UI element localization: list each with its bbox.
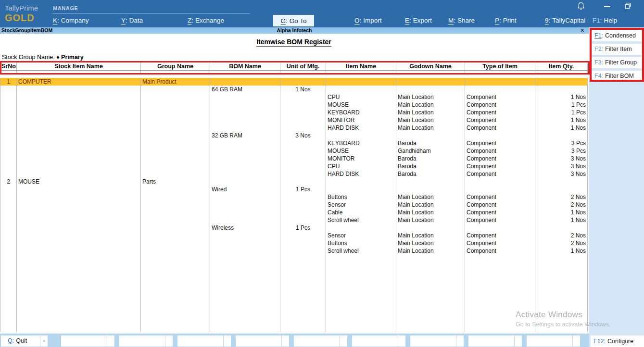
cell-type-of-item (465, 178, 535, 186)
table-row[interactable]: Scroll wheelMain LocationComponent1 Nos (0, 216, 588, 224)
cell-stock-item-name (17, 124, 141, 132)
table-row[interactable]: 64 GB RAM1 Nos (0, 86, 588, 93)
cell-unit-of-mfg (280, 178, 326, 186)
quit-button[interactable]: QQuit ∧ (1, 335, 48, 347)
cell-srno (0, 132, 17, 139)
cell-stock-item-name (17, 170, 141, 178)
restore-window-icon[interactable] (625, 2, 631, 11)
goto-button[interactable]: GGo To (273, 15, 314, 26)
empty-slot-caret-area (107, 335, 114, 347)
sidebar-button-condensed[interactable]: F1Condensed (592, 30, 642, 41)
sidebar-button-filter-bom[interactable]: F4Filter BOM (592, 71, 642, 82)
header-row: SrNo.Stock Item NameGroup NameBOM NameUn… (0, 62, 588, 71)
stock-group-line: Stock Group Name: ♦ Primary (2, 54, 84, 62)
cell-item-qty: 3 Nos (535, 155, 588, 162)
table-row[interactable]: CableMain LocationComponent1 Nos (0, 209, 588, 216)
cell-srno (0, 101, 17, 109)
menu-item-share[interactable]: MShare (448, 17, 475, 24)
cell-godown-name: Main Location (396, 101, 465, 109)
cell-bom-name (210, 139, 280, 147)
table-row[interactable]: 1COMPUTERMain Product (0, 78, 588, 86)
table-row[interactable]: HARD DISKBarodaComponent3 Nos (0, 170, 588, 178)
menu-item-print[interactable]: PPrint (495, 17, 517, 24)
minimize-icon[interactable] (604, 6, 610, 7)
table-row[interactable]: SensorMain LocationComponent2 Nos (0, 201, 588, 209)
cell-srno (0, 239, 17, 247)
table-row[interactable]: MOUSEMain LocationComponent1 Pcs (0, 101, 588, 109)
table-row[interactable]: CPUMain LocationComponent1 Nos (0, 93, 588, 101)
table-row[interactable]: Wired1 Pcs (0, 186, 588, 193)
cell-stock-item-name (17, 201, 141, 209)
menu-item-tallycapital[interactable]: 9TallyCapital (545, 17, 585, 24)
bom-table-header: SrNo.Stock Item NameGroup NameBOM NameUn… (0, 62, 588, 73)
table-row[interactable]: KEYBOARDBarodaComponent3 Pcs (0, 139, 588, 147)
empty-slot-fill (119, 335, 165, 347)
cell-srno (0, 247, 17, 255)
cell-type-of-item (465, 78, 535, 86)
header-spacer-cell (396, 71, 465, 73)
sidebar-button-filter-item[interactable]: F2Filter Item (592, 44, 642, 55)
cell-godown-name: Main Location (396, 193, 465, 201)
cell-bom-name (210, 116, 280, 124)
cell-group-name (141, 239, 210, 247)
menu-item-help[interactable]: F1Help (593, 17, 617, 24)
cell-item-name: MOUSE (326, 147, 396, 155)
table-row[interactable]: 2MOUSEParts (0, 178, 588, 186)
cell-bom-name: 32 GB RAM (210, 132, 280, 139)
cell-stock-item-name (17, 209, 141, 216)
column-header: Type of Item (465, 62, 535, 71)
empty-slot-fill (468, 335, 514, 347)
cell-item-name: Buttons (326, 193, 396, 201)
hotkey: M (448, 17, 457, 24)
configure-button[interactable]: F12Configure (591, 335, 644, 347)
table-row[interactable]: Wireless1 Pcs (0, 224, 588, 232)
table-row[interactable]: MONITORMain LocationComponent1 Nos (0, 116, 588, 124)
cell-item-name: Sensor (326, 201, 396, 209)
table-row[interactable]: ButtonsMain LocationComponent2 Nos (0, 239, 588, 247)
cell-godown-name: Main Location (396, 216, 465, 224)
cell-group-name (141, 193, 210, 201)
table-row[interactable]: MONITORBarodaComponent3 Nos (0, 155, 588, 162)
sidebar-button-filter-group[interactable]: F3Filter Group (592, 57, 642, 68)
column-header: Unit of Mfg. (280, 62, 326, 71)
table-row[interactable]: HARD DISKMain LocationComponent1 Nos (0, 124, 588, 132)
cell-srno: 2 (0, 178, 17, 186)
menu-item-company[interactable]: KCompany (53, 17, 89, 24)
table-row[interactable]: MOUSEGandhidhamComponent3 Pcs (0, 147, 588, 155)
cell-bom-name: 64 GB RAM (210, 86, 280, 93)
close-icon[interactable]: ✕ (580, 27, 584, 34)
notification-bell-icon[interactable] (577, 2, 585, 12)
cell-bom-name (210, 101, 280, 109)
menu-item-exchange[interactable]: ZExchange (188, 17, 224, 24)
cell-empty (0, 255, 17, 332)
empty-slot-fill (177, 335, 223, 347)
table-row[interactable]: CPUBarodaComponent3 Nos (0, 162, 588, 170)
cell-godown-name (396, 224, 465, 232)
cell-type-of-item (465, 186, 535, 193)
table-row[interactable]: 32 GB RAM3 Nos (0, 132, 588, 139)
cell-item-name: KEYBOARD (326, 109, 396, 116)
stock-group-label: Stock Group Name: (2, 54, 55, 61)
cell-stock-item-name (17, 162, 141, 170)
chevron-up-icon[interactable]: ∧ (40, 335, 48, 347)
cell-item-name: HARD DISK (326, 124, 396, 132)
table-row[interactable]: Scroll wheelMain LocationComponent1 Nos (0, 247, 588, 255)
cell-srno (0, 109, 17, 116)
cell-item-name: Cable (326, 209, 396, 216)
menu-item-data[interactable]: YData (121, 17, 143, 24)
menu-item-export[interactable]: EExport (405, 17, 432, 24)
table-row[interactable]: ButtonsMain LocationComponent2 Nos (0, 193, 588, 201)
empty-button-slot (352, 335, 405, 347)
column-header: Group Name (141, 62, 210, 71)
header-spacer-cell (535, 71, 588, 73)
cell-item-qty: 3 Nos (535, 162, 588, 170)
cell-bom-name (210, 78, 280, 86)
table-row[interactable]: KEYBOARDMain LocationComponent1 Pcs (0, 109, 588, 116)
menu-item-import[interactable]: OImport (354, 17, 382, 24)
cell-item-name (326, 224, 396, 232)
cell-srno (0, 147, 17, 155)
cell-group-name (141, 209, 210, 216)
cell-group-name (141, 186, 210, 193)
table-row[interactable]: SensorMain LocationComponent2 Nos (0, 232, 588, 239)
empty-slot-fill (61, 335, 107, 347)
